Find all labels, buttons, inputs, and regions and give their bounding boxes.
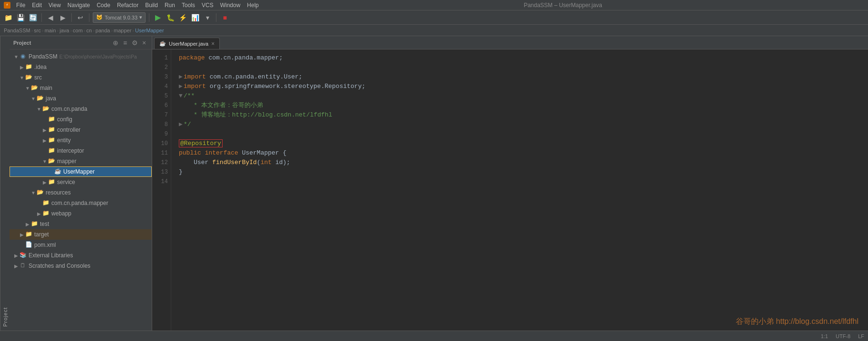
code-line-3: ▶import com.cn.panda.entity.User;: [179, 72, 860, 82]
tree-controller[interactable]: ▶ 📁 controller: [10, 125, 152, 135]
menu-help[interactable]: Help: [244, 1, 262, 10]
code-content[interactable]: package com.cn.panda.mapper; ▶import com…: [171, 49, 868, 331]
code-line-6: * 本文作者：谷哥的小弟: [179, 101, 860, 110]
tree-label-pandassm: PandaSSM: [29, 53, 58, 60]
sidebar-title: Project: [13, 40, 31, 46]
save-button[interactable]: 💾: [15, 12, 26, 23]
tree-interceptor[interactable]: 📁 interceptor: [10, 146, 152, 156]
menu-code[interactable]: Code: [94, 1, 113, 10]
folder-icon-service: 📁: [48, 178, 55, 186]
arrow-idea: ▶: [19, 65, 25, 70]
tree-src[interactable]: ▼ 📂 src: [10, 72, 152, 83]
tree-mapper[interactable]: ▼ 📂 mapper: [10, 156, 152, 166]
tree-label-pom: pom.xml: [34, 242, 56, 248]
tree-idea[interactable]: ▶ 📁 .idea: [10, 62, 152, 72]
tree-test[interactable]: ▶ 📁 test: [10, 219, 152, 229]
tree-external-libraries[interactable]: ▶ 📚 External Libraries: [10, 250, 152, 261]
open-button[interactable]: 📁: [3, 12, 13, 23]
line-num-1: 1: [152, 53, 168, 63]
tree-pandassm[interactable]: ▼ ◉ PandaSSM E:\Dropbox\phoenix\JavaProj…: [10, 51, 152, 62]
breadcrumb-cn[interactable]: cn: [87, 28, 92, 33]
tree-label-com-cn-panda: com.cn.panda: [51, 106, 87, 112]
tree-label-target: target: [34, 231, 49, 238]
code-line-11: public interface UserMapper {: [179, 148, 860, 158]
code-line-2: [179, 63, 860, 72]
tree-resources[interactable]: ▼ 📂 resources: [10, 187, 152, 198]
sidebar-settings-btn[interactable]: ⚙: [131, 39, 138, 47]
sidebar-close-btn[interactable]: ×: [140, 39, 148, 47]
coverage-button[interactable]: ⚡: [177, 12, 188, 23]
folder-icon-idea: 📁: [25, 63, 32, 71]
back-button[interactable]: ◀: [45, 12, 56, 23]
tree-label-usermapper: UserMapper: [63, 168, 95, 175]
run-config-dropdown[interactable]: 🐱 Tomcat 9.0.33 ▾: [93, 12, 146, 23]
menu-build[interactable]: Build: [142, 1, 161, 10]
tree-usermapper[interactable]: ☕ UserMapper: [10, 166, 152, 177]
sidebar-add-btn[interactable]: ⊕: [112, 39, 119, 47]
tree-webapp[interactable]: ▶ 📁 webapp: [10, 208, 152, 219]
line-num-3: 3: [152, 72, 168, 82]
tree-java[interactable]: ▼ 📂 java: [10, 93, 152, 104]
menu-edit[interactable]: Edit: [29, 1, 45, 10]
menu-tools[interactable]: Tools: [179, 1, 198, 10]
line-num-6: 6: [152, 101, 168, 110]
tab-usermapper[interactable]: ☕ UserMapper.java ×: [154, 38, 220, 49]
line-num-5: 5: [152, 91, 168, 101]
tree-scratches[interactable]: ▶ 🗒 Scratches and Consoles: [10, 261, 152, 271]
tree-com-cn-panda[interactable]: ▼ 📂 com.cn.panda: [10, 104, 152, 114]
project-tree: ▼ ◉ PandaSSM E:\Dropbox\phoenix\JavaProj…: [10, 49, 152, 331]
breadcrumb-main[interactable]: main: [45, 28, 56, 33]
tree-label-config: config: [57, 116, 72, 123]
menu-navigate[interactable]: Navigate: [65, 1, 93, 10]
line-num-10: 10: [152, 139, 168, 148]
tree-entity[interactable]: ▶ 📁 entity: [10, 135, 152, 146]
tree-service[interactable]: ▶ 📁 service: [10, 177, 152, 187]
breadcrumb-usermapper[interactable]: UserMapper: [135, 28, 164, 33]
undo-button[interactable]: ↩: [75, 12, 86, 23]
menu-vcs[interactable]: VCS: [199, 1, 216, 10]
bottom-position: 1:1: [821, 333, 828, 339]
project-tab[interactable]: Project: [0, 36, 10, 331]
tree-main[interactable]: ▼ 📂 main: [10, 83, 152, 93]
tree-pom-xml[interactable]: 📄 pom.xml: [10, 240, 152, 250]
arrow-entity: ▶: [42, 138, 48, 143]
profile-button[interactable]: 📊: [190, 12, 200, 23]
sidebar-collapse-btn[interactable]: ≡: [121, 39, 129, 47]
menu-view[interactable]: View: [46, 1, 64, 10]
menu-window[interactable]: Window: [217, 1, 244, 10]
line-num-12: 12: [152, 158, 168, 167]
sync-button[interactable]: 🔄: [28, 12, 38, 23]
folder-icon-config: 📁: [48, 116, 55, 123]
breadcrumb-panda[interactable]: panda: [96, 28, 110, 33]
run-button[interactable]: ▶: [153, 12, 163, 23]
tab-close-usermapper[interactable]: ×: [211, 40, 215, 47]
stop-button[interactable]: ■: [220, 12, 230, 23]
code-line-10: @Repository: [179, 139, 860, 148]
code-line-7: * 博客地址：http://blog.csdn.net/lfdfhl: [179, 110, 860, 120]
tree-label-controller: controller: [57, 127, 80, 133]
arrow-target: ▶: [19, 232, 25, 237]
tree-com-cn-panda-mapper[interactable]: 📁 com.cn.panda.mapper: [10, 198, 152, 208]
debug-button[interactable]: 🐛: [165, 12, 176, 23]
bottom-bar: 1:1 UTF-8 LF: [0, 331, 868, 341]
sidebar-header: Project ⊕ ≡ ⚙ ×: [10, 36, 152, 49]
breadcrumb-src[interactable]: src: [34, 28, 41, 33]
forward-button[interactable]: ▶: [58, 12, 68, 23]
xml-icon-pom: 📄: [25, 241, 32, 249]
tree-config[interactable]: 📁 config: [10, 114, 152, 125]
more-run-button[interactable]: ▾: [202, 12, 213, 23]
breadcrumb-pandassm[interactable]: PandaSSM: [4, 28, 30, 33]
menu-bar[interactable]: File Edit View Navigate Code Refactor Bu…: [13, 1, 262, 10]
editor-area[interactable]: 1 2 3 4 5 6 7 8 9 10 11 12 13 14 package…: [152, 49, 868, 331]
breadcrumb-java[interactable]: java: [59, 28, 69, 33]
menu-file[interactable]: File: [13, 1, 28, 10]
menu-refactor[interactable]: Refactor: [114, 1, 141, 10]
menu-run[interactable]: Run: [162, 1, 178, 10]
tree-target[interactable]: ▶ 📁 target: [10, 229, 152, 240]
bottom-encoding: UTF-8: [836, 333, 850, 339]
editor-wrapper: ☕ UserMapper.java × 1 2 3 4 5 6 7 8 9 10…: [152, 36, 868, 331]
line-num-4: 4: [152, 82, 168, 91]
folder-icon-src: 📂: [25, 74, 32, 81]
breadcrumb-com[interactable]: com: [73, 28, 83, 33]
breadcrumb-mapper[interactable]: mapper: [114, 28, 131, 33]
